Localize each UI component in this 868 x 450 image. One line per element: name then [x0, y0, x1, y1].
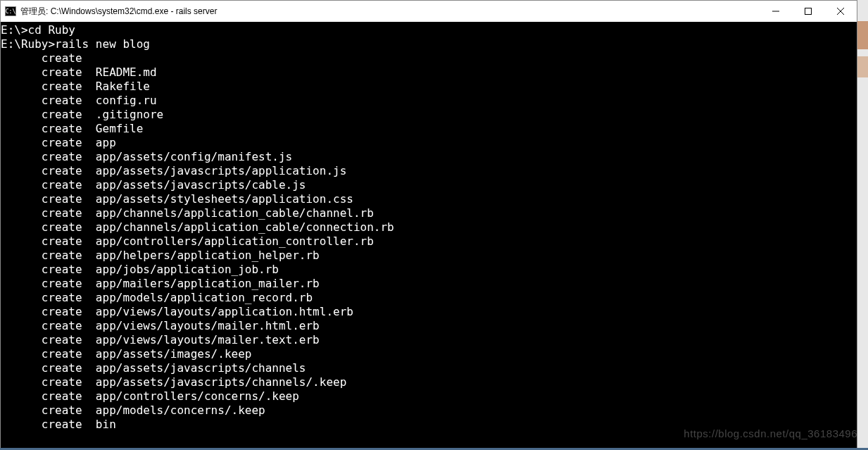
terminal-line: create app/channels/application_cable/co… [1, 220, 857, 235]
terminal-line: create app/models/concerns/.keep [1, 404, 857, 418]
terminal-line: create app/helpers/application_helper.rb [1, 249, 857, 263]
titlebar[interactable]: C:\ 管理员: C:\Windows\system32\cmd.exe - r… [1, 1, 857, 22]
terminal-line: E:\>cd Ruby [1, 23, 857, 37]
terminal-line: create [1, 51, 857, 65]
terminal-line: create app/channels/application_cable/ch… [1, 206, 857, 220]
cmd-icon: C:\ [5, 6, 16, 16]
terminal-line: create app/controllers/application_contr… [1, 235, 857, 249]
terminal-line: create app/views/layouts/mailer.html.erb [1, 319, 857, 333]
terminal-line: create app/assets/images/.keep [1, 347, 857, 361]
terminal-line: create app/jobs/application_job.rb [1, 263, 857, 277]
terminal-line: create app/controllers/concerns/.keep [1, 389, 857, 404]
svg-rect-1 [805, 8, 812, 15]
terminal-line: create app/assets/javascripts/channels [1, 361, 857, 375]
terminal-line: create app/assets/javascripts/channels/.… [1, 375, 857, 389]
terminal-line: create app/assets/javascripts/applicatio… [1, 164, 857, 178]
maximize-button[interactable] [792, 1, 824, 22]
window-controls [760, 1, 857, 22]
terminal-line: create config.ru [1, 94, 857, 108]
side-fragment [857, 21, 868, 49]
terminal-line: create README.md [1, 65, 857, 80]
command-prompt-window: C:\ 管理员: C:\Windows\system32\cmd.exe - r… [0, 0, 857, 450]
minimize-button[interactable] [760, 1, 792, 22]
terminal-line: E:\Ruby>rails new blog [1, 37, 857, 51]
terminal-line: create app/assets/stylesheets/applicatio… [1, 192, 857, 206]
titlebar-left: C:\ 管理员: C:\Windows\system32\cmd.exe - r… [5, 6, 217, 18]
terminal-line: create app/views/layouts/application.htm… [1, 305, 857, 319]
window-title: 管理员: C:\Windows\system32\cmd.exe - rails… [20, 6, 217, 18]
terminal-line: create app/assets/javascripts/cable.js [1, 178, 857, 192]
terminal-line: create app/views/layouts/mailer.text.erb [1, 333, 857, 347]
terminal-line: create Gemfile [1, 122, 857, 136]
terminal-line: create Rakefile [1, 80, 857, 94]
terminal-line: create app [1, 136, 857, 150]
side-background [857, 0, 868, 450]
terminal-line: create app/assets/config/manifest.js [1, 150, 857, 164]
terminal-line: create .gitignore [1, 108, 857, 122]
terminal-output[interactable]: E:\>cd RubyE:\Ruby>rails new blog create… [1, 22, 857, 449]
terminal-line: create app/models/application_record.rb [1, 291, 857, 305]
close-button[interactable] [824, 1, 857, 22]
terminal-line: create app/mailers/application_mailer.rb [1, 277, 857, 291]
watermark-text: https://blog.csdn.net/qq_36183496 [684, 427, 857, 439]
side-fragment [857, 56, 868, 77]
